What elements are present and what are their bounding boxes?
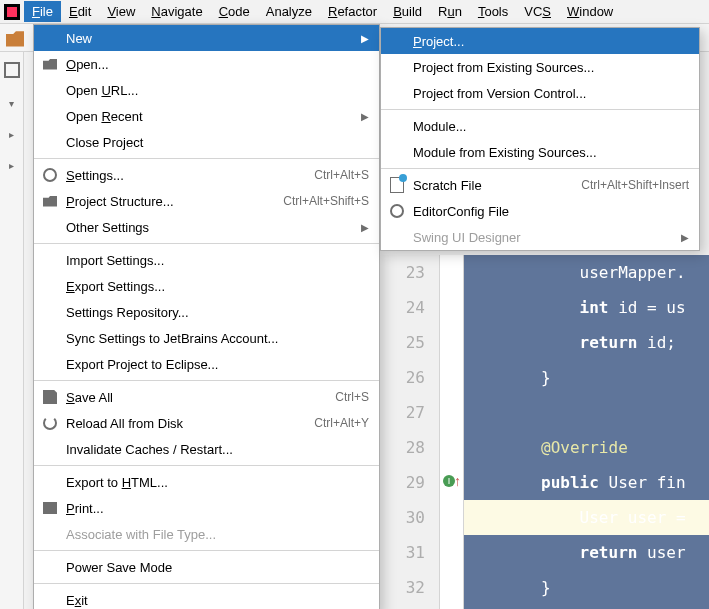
chevron-right-icon[interactable]: ▸ xyxy=(0,160,23,171)
print-icon xyxy=(43,502,57,514)
menu-item-label: Module... xyxy=(413,119,689,134)
file-new[interactable]: New▶ xyxy=(34,25,379,51)
new-project-vcs[interactable]: Project from Version Control... xyxy=(381,80,699,106)
file-open-url[interactable]: Open URL... xyxy=(34,77,379,103)
menu-tools[interactable]: Tools xyxy=(470,1,516,22)
new-project[interactable]: Project... xyxy=(381,28,699,54)
gutter-mark xyxy=(440,500,463,535)
new-editorconfig[interactable]: EditorConfig File xyxy=(381,198,699,224)
new-submenu: Project...Project from Existing Sources.… xyxy=(380,27,700,251)
chevron-right-icon[interactable]: ▸ xyxy=(0,129,23,140)
menu-item-label: Open URL... xyxy=(66,83,369,98)
code-line[interactable]: int id = us xyxy=(464,290,709,325)
code-line[interactable]: } xyxy=(464,360,709,395)
code-line[interactable]: userMapper. xyxy=(464,255,709,290)
menu-edit[interactable]: Edit xyxy=(61,1,99,22)
menu-run[interactable]: Run xyxy=(430,1,470,22)
file-power-save[interactable]: Power Save Mode xyxy=(34,554,379,580)
file-export-html[interactable]: Export to HTML... xyxy=(34,469,379,495)
file-menu-dropdown: New▶Open...Open URL...Open Recent▶Close … xyxy=(33,24,380,609)
line-number: 28 xyxy=(380,430,439,465)
file-close-project[interactable]: Close Project xyxy=(34,129,379,155)
file-open-recent[interactable]: Open Recent▶ xyxy=(34,103,379,129)
menu-item-label: Reload All from Disk xyxy=(66,416,314,431)
menu-item-label: Export Settings... xyxy=(66,279,369,294)
menu-item-label: Export Project to Eclipse... xyxy=(66,357,369,372)
menu-vcs[interactable]: VCS xyxy=(516,1,559,22)
code-line[interactable]: return id; xyxy=(464,325,709,360)
code-line[interactable]: @Override xyxy=(464,430,709,465)
menu-item-label: Other Settings xyxy=(66,220,353,235)
file-import-settings[interactable]: Import Settings... xyxy=(34,247,379,273)
menu-item-label: Scratch File xyxy=(413,178,581,193)
gutter-up-arrow-icon: ↑ xyxy=(454,473,461,489)
new-module-existing[interactable]: Module from Existing Sources... xyxy=(381,139,699,165)
menu-code[interactable]: Code xyxy=(211,1,258,22)
menu-item-label: Power Save Mode xyxy=(66,560,369,575)
line-number: 26 xyxy=(380,360,439,395)
toolbar-folder-icon[interactable] xyxy=(6,29,24,47)
editor: 23242526272829303132 I↑ userMapper. int … xyxy=(380,255,709,609)
menu-item-label: Print... xyxy=(66,501,369,516)
menu-navigate[interactable]: Navigate xyxy=(143,1,210,22)
folder-icon xyxy=(43,59,57,70)
file-print[interactable]: Print... xyxy=(34,495,379,521)
menu-build[interactable]: Build xyxy=(385,1,430,22)
menu-view[interactable]: View xyxy=(99,1,143,22)
file-other-settings[interactable]: Other Settings▶ xyxy=(34,214,379,240)
menu-item-label: Project... xyxy=(413,34,689,49)
code-line[interactable]: } xyxy=(464,570,709,605)
structure-tool-icon[interactable] xyxy=(4,62,20,78)
line-number: 31 xyxy=(380,535,439,570)
file-save-all[interactable]: Save AllCtrl+S xyxy=(34,384,379,410)
file-export-eclipse[interactable]: Export Project to Eclipse... xyxy=(34,351,379,377)
new-scratch[interactable]: Scratch FileCtrl+Alt+Shift+Insert xyxy=(381,172,699,198)
menu-file[interactable]: File xyxy=(24,1,61,22)
file-exit[interactable]: Exit xyxy=(34,587,379,609)
chevron-down-icon[interactable]: ▾ xyxy=(0,98,23,109)
menu-item-label: Invalidate Caches / Restart... xyxy=(66,442,369,457)
struct-icon xyxy=(43,196,57,207)
shortcut-label: Ctrl+S xyxy=(335,390,369,404)
gutter-mark xyxy=(440,570,463,605)
file-reload[interactable]: Reload All from DiskCtrl+Alt+Y xyxy=(34,410,379,436)
menu-item-label: Close Project xyxy=(66,135,369,150)
file-settings[interactable]: Settings...Ctrl+Alt+S xyxy=(34,162,379,188)
file-export-settings[interactable]: Export Settings... xyxy=(34,273,379,299)
new-project-existing[interactable]: Project from Existing Sources... xyxy=(381,54,699,80)
submenu-arrow-icon: ▶ xyxy=(681,232,689,243)
menu-item-label: Project from Existing Sources... xyxy=(413,60,689,75)
shortcut-label: Ctrl+Alt+S xyxy=(314,168,369,182)
new-module[interactable]: Module... xyxy=(381,113,699,139)
menu-analyze[interactable]: Analyze xyxy=(258,1,320,22)
gutter-mark xyxy=(440,395,463,430)
gutter-marks: I↑ xyxy=(440,255,464,609)
menu-item-label: Associate with File Type... xyxy=(66,527,369,542)
gear-icon xyxy=(43,168,57,182)
gutter-mark xyxy=(440,360,463,395)
gutter-mark xyxy=(440,535,463,570)
file-project-structure[interactable]: Project Structure...Ctrl+Alt+Shift+S xyxy=(34,188,379,214)
file-open[interactable]: Open... xyxy=(34,51,379,77)
gutter-mark xyxy=(440,430,463,465)
code-line[interactable]: User user = xyxy=(464,500,709,535)
reload-icon xyxy=(43,416,57,430)
menu-item-label: Project from Version Control... xyxy=(413,86,689,101)
menu-refactor[interactable]: Refactor xyxy=(320,1,385,22)
code-area[interactable]: userMapper. int id = us return id; } @Ov… xyxy=(464,255,709,609)
left-tool-gutter: ▾ ▸ ▸ xyxy=(0,52,24,609)
code-line[interactable]: public User fin xyxy=(464,465,709,500)
menu-item-label: Swing UI Designer xyxy=(413,230,673,245)
edconf-icon xyxy=(390,204,404,218)
file-settings-repo[interactable]: Settings Repository... xyxy=(34,299,379,325)
menu-item-label: Project Structure... xyxy=(66,194,283,209)
file-associate: Associate with File Type... xyxy=(34,521,379,547)
code-line[interactable] xyxy=(464,395,709,430)
code-line[interactable]: return user xyxy=(464,535,709,570)
file-sync-settings[interactable]: Sync Settings to JetBrains Account... xyxy=(34,325,379,351)
menu-item-label: Open... xyxy=(66,57,369,72)
menu-window[interactable]: Window xyxy=(559,1,621,22)
file-invalidate[interactable]: Invalidate Caches / Restart... xyxy=(34,436,379,462)
line-number: 30 xyxy=(380,500,439,535)
shortcut-label: Ctrl+Alt+Shift+S xyxy=(283,194,369,208)
